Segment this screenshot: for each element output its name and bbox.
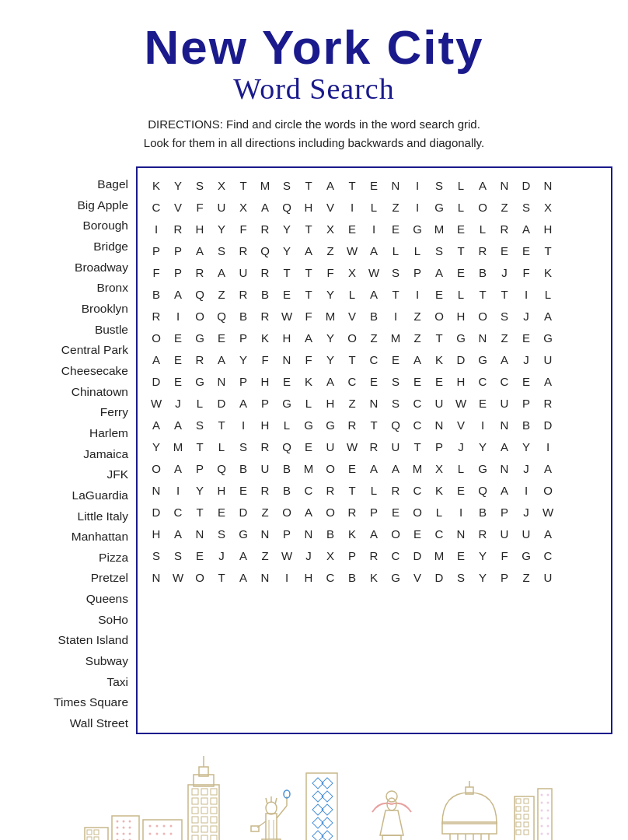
grid-cell: I bbox=[341, 196, 363, 218]
grid-cell: Z bbox=[254, 544, 276, 566]
svg-rect-47 bbox=[201, 798, 208, 804]
grid-cell: W bbox=[341, 436, 363, 457]
grid-cell: R bbox=[537, 392, 559, 414]
grid-cell: P bbox=[494, 501, 515, 523]
grid-cell: E bbox=[363, 370, 385, 392]
grid-cell: O bbox=[145, 327, 167, 348]
grid-cell: F bbox=[189, 196, 211, 218]
svg-point-24 bbox=[156, 824, 159, 827]
grid-cell: J bbox=[167, 392, 189, 414]
grid-cell: B bbox=[276, 457, 298, 479]
svg-point-130 bbox=[541, 832, 543, 835]
word-list-item: Pizza bbox=[99, 548, 128, 569]
grid-cell: E bbox=[385, 348, 406, 370]
grid-cell: N bbox=[189, 523, 211, 544]
svg-rect-87 bbox=[312, 831, 323, 840]
svg-rect-59 bbox=[201, 835, 208, 840]
svg-rect-44 bbox=[201, 789, 208, 795]
svg-point-128 bbox=[541, 824, 543, 827]
grid-cell: C bbox=[494, 370, 515, 392]
grid-cell: G bbox=[428, 196, 450, 218]
svg-rect-109 bbox=[516, 799, 521, 803]
grid-cell: M bbox=[254, 174, 276, 196]
grid-cell: J bbox=[515, 457, 537, 479]
grid-cell: E bbox=[450, 479, 472, 501]
svg-rect-112 bbox=[524, 807, 529, 811]
grid-cell: T bbox=[189, 501, 211, 523]
grid-cell: R bbox=[189, 348, 211, 370]
grid-cell: I bbox=[450, 501, 472, 523]
grid-cell: E bbox=[189, 544, 211, 566]
svg-rect-5 bbox=[94, 837, 99, 840]
grid-cell: N bbox=[494, 457, 515, 479]
grid-cell: H bbox=[189, 218, 211, 240]
grid-cell: A bbox=[232, 392, 254, 414]
grid-cell: Y bbox=[319, 327, 341, 348]
grid-cell: G bbox=[232, 523, 254, 544]
grid-cell: K bbox=[145, 174, 167, 196]
svg-point-11 bbox=[123, 826, 125, 828]
grid-cell: Z bbox=[494, 327, 515, 348]
grid-cell: C bbox=[406, 479, 428, 501]
grid-cell: N bbox=[472, 327, 494, 348]
grid-cell: D bbox=[428, 566, 450, 588]
word-list-item: Queens bbox=[86, 589, 128, 610]
grid-cell: N bbox=[298, 523, 319, 544]
grid-cell: P bbox=[276, 523, 298, 544]
grid-cell: I bbox=[406, 174, 428, 196]
grid-cell: L bbox=[341, 283, 363, 305]
grid-cell: P bbox=[232, 327, 254, 348]
grid-cell: F bbox=[145, 261, 167, 283]
grid-cell: U bbox=[319, 436, 341, 457]
grid-cell: A bbox=[537, 305, 559, 327]
grid-cell: W bbox=[276, 305, 298, 327]
svg-rect-50 bbox=[201, 807, 208, 814]
grid-cell: I bbox=[363, 218, 385, 240]
grid-cell: Q bbox=[254, 240, 276, 261]
grid-cell: Z bbox=[363, 327, 385, 348]
grid-cell: E bbox=[298, 436, 319, 457]
svg-point-131 bbox=[547, 832, 550, 835]
word-list-item: Wall Street bbox=[70, 713, 128, 734]
svg-rect-46 bbox=[192, 798, 198, 804]
word-list-item: Pretzel bbox=[91, 568, 128, 589]
grid-cell: Q bbox=[211, 305, 232, 327]
grid-cell: U bbox=[232, 261, 254, 283]
grid-cell: B bbox=[276, 479, 298, 501]
grid-cell: I bbox=[232, 414, 254, 436]
grid-cell: I bbox=[145, 218, 167, 240]
svg-rect-45 bbox=[211, 789, 217, 795]
word-list: BagelBig AppleBoroughBridgeBroadwayBronx… bbox=[16, 166, 136, 734]
grid-cell: C bbox=[406, 392, 428, 414]
grid-cell: A bbox=[145, 414, 167, 436]
svg-rect-58 bbox=[192, 835, 198, 840]
grid-cell: Z bbox=[515, 566, 537, 588]
grid-cell: X bbox=[232, 196, 254, 218]
word-list-item: Manhattan bbox=[72, 527, 128, 548]
svg-point-126 bbox=[541, 817, 543, 819]
svg-rect-66 bbox=[266, 814, 277, 840]
grid-cell: E bbox=[167, 370, 189, 392]
svg-rect-60 bbox=[211, 835, 217, 840]
word-list-item: Little Italy bbox=[78, 506, 128, 527]
grid-cell: M bbox=[385, 327, 406, 348]
svg-rect-54 bbox=[211, 817, 217, 823]
grid-cell: R bbox=[189, 261, 211, 283]
grid-cell: X bbox=[341, 261, 363, 283]
svg-rect-119 bbox=[538, 789, 552, 840]
word-list-item: Borough bbox=[82, 215, 128, 236]
svg-rect-43 bbox=[192, 789, 198, 795]
grid-cell: A bbox=[167, 414, 189, 436]
grid-cell: F bbox=[232, 218, 254, 240]
grid-cell: X bbox=[211, 174, 232, 196]
grid-cell: V bbox=[450, 414, 472, 436]
grid-cell: E bbox=[341, 218, 363, 240]
grid-cell: S bbox=[385, 261, 406, 283]
grid-cell: P bbox=[167, 261, 189, 283]
grid-cell: S bbox=[385, 370, 406, 392]
grid-cell: T bbox=[341, 174, 363, 196]
word-list-item: Subway bbox=[85, 651, 128, 672]
grid-cell: N bbox=[450, 523, 472, 544]
grid-cell: A bbox=[232, 566, 254, 588]
grid-cell: S bbox=[385, 392, 406, 414]
